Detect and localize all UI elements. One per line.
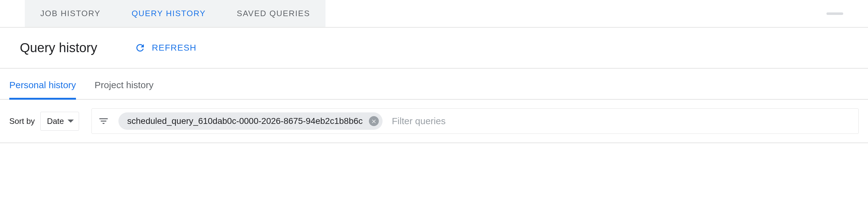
tab-saved-queries[interactable]: SAVED QUERIES [221, 0, 326, 27]
panel-drag-handle[interactable] [827, 12, 843, 15]
chip-remove-button[interactable] [369, 116, 379, 126]
filter-bar[interactable]: scheduled_query_610dab0c-0000-2026-8675-… [91, 108, 859, 134]
refresh-icon [134, 42, 146, 53]
filter-row: Sort by Date scheduled_query_610dab0c-00… [0, 100, 868, 143]
chevron-down-icon [68, 119, 74, 123]
tab-query-history[interactable]: QUERY HISTORY [116, 0, 221, 27]
refresh-button[interactable]: REFRESH [134, 42, 196, 53]
refresh-label: REFRESH [152, 43, 196, 53]
filter-icon [98, 115, 109, 127]
sub-tab-personal-history[interactable]: Personal history [9, 80, 76, 100]
title-row: Query history REFRESH [0, 28, 868, 69]
tab-job-history[interactable]: JOB HISTORY [25, 0, 116, 27]
filter-chip: scheduled_query_610dab0c-0000-2026-8675-… [118, 112, 382, 130]
sub-tab-project-history[interactable]: Project history [95, 80, 153, 100]
sort-by-select[interactable]: Date [40, 112, 79, 131]
filter-chip-text: scheduled_query_610dab0c-0000-2026-8675-… [127, 116, 363, 126]
top-tabs: JOB HISTORY QUERY HISTORY SAVED QUERIES [25, 0, 326, 27]
top-tabs-row: JOB HISTORY QUERY HISTORY SAVED QUERIES [0, 0, 868, 28]
sub-tabs: Personal history Project history [0, 69, 868, 100]
page-title: Query history [20, 41, 97, 55]
sort-group: Sort by Date [9, 112, 79, 131]
sort-by-value: Date [47, 116, 64, 126]
filter-input[interactable] [392, 116, 852, 126]
sort-by-label: Sort by [9, 116, 35, 126]
